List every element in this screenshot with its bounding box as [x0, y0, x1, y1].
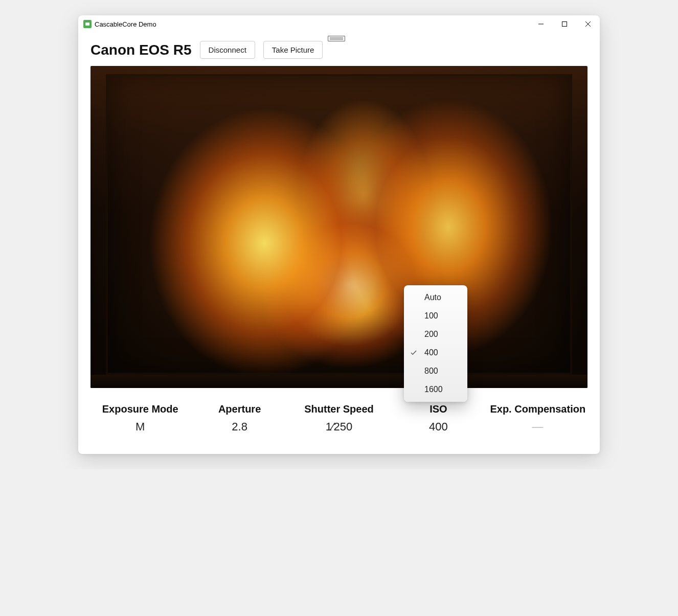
iso-option[interactable]: 100 — [404, 307, 467, 325]
setting-exp-compensation: Exp. Compensation — — [488, 403, 587, 434]
take-picture-button[interactable]: Take Picture — [263, 41, 323, 59]
iso-option-label: 800 — [424, 367, 459, 376]
keyboard-icon — [328, 36, 345, 41]
exposure-mode-label: Exposure Mode — [91, 403, 190, 415]
exposure-mode-value[interactable]: M — [91, 420, 190, 434]
setting-iso: ISO 400 — [389, 403, 488, 434]
maximize-icon — [562, 21, 567, 27]
iso-option-label: 1600 — [424, 385, 459, 394]
close-icon — [585, 21, 591, 27]
settings-row: Exposure Mode M Aperture 2.8 Shutter Spe… — [78, 388, 600, 454]
maximize-button[interactable] — [553, 15, 576, 33]
shutter-speed-label: Shutter Speed — [289, 403, 389, 415]
app-icon — [83, 20, 92, 28]
svg-rect-1 — [562, 22, 567, 27]
setting-aperture: Aperture 2.8 — [190, 403, 289, 434]
iso-option[interactable]: 1600 — [404, 380, 467, 399]
live-preview — [91, 66, 587, 388]
exp-compensation-label: Exp. Compensation — [488, 403, 587, 415]
close-button[interactable] — [576, 15, 600, 33]
iso-option[interactable]: 400 — [404, 344, 467, 362]
minimize-button[interactable] — [529, 15, 553, 33]
iso-option[interactable]: Auto — [404, 288, 467, 307]
setting-shutter-speed: Shutter Speed 1⁄250 — [289, 403, 389, 434]
minimize-icon — [538, 21, 544, 27]
aperture-label: Aperture — [190, 403, 289, 415]
setting-exposure-mode: Exposure Mode M — [91, 403, 190, 434]
window-controls — [529, 15, 600, 33]
exp-compensation-value[interactable]: — — [488, 420, 587, 434]
iso-dropdown[interactable]: Auto1002004008001600 — [404, 285, 467, 402]
iso-option[interactable]: 200 — [404, 325, 467, 344]
iso-value[interactable]: 400 — [389, 420, 488, 434]
app-window: CascableCore Demo Canon EOS R5 Disconnec… — [78, 15, 600, 454]
iso-option-label: 200 — [424, 330, 459, 339]
titlebar-left: CascableCore Demo — [83, 20, 156, 28]
iso-option-label: 100 — [424, 311, 459, 321]
check-icon — [410, 350, 417, 356]
disconnect-button[interactable]: Disconnect — [200, 41, 255, 59]
shutter-speed-value[interactable]: 1⁄250 — [289, 420, 389, 434]
iso-option-label: 400 — [424, 348, 459, 357]
window-title: CascableCore Demo — [95, 20, 156, 28]
iso-option-label: Auto — [424, 293, 459, 302]
iso-option[interactable]: 800 — [404, 362, 467, 380]
iso-label: ISO — [389, 403, 488, 415]
titlebar: CascableCore Demo — [78, 15, 600, 33]
camera-name: Canon EOS R5 — [91, 42, 192, 58]
aperture-value[interactable]: 2.8 — [190, 420, 289, 434]
